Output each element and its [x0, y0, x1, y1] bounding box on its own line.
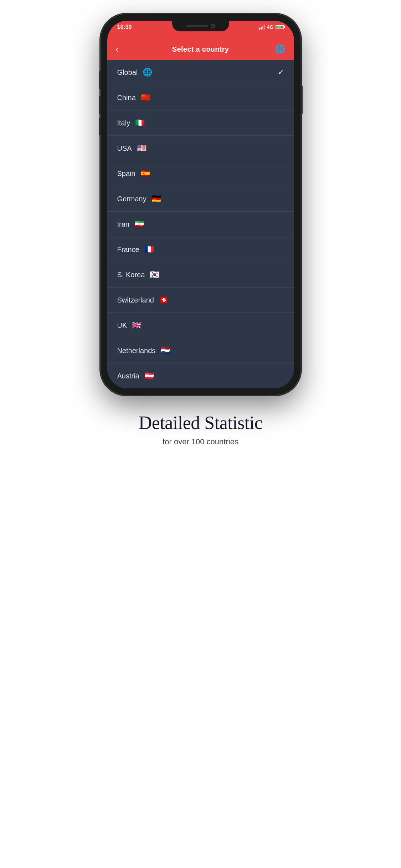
country-name: Germany	[117, 195, 146, 203]
phone-frame: 10:30 4G	[101, 14, 300, 395]
country-flag: 🇮🇹	[135, 118, 145, 128]
country-left: S. Korea🇰🇷	[117, 270, 160, 279]
country-left: Switzerland🇨🇭	[117, 295, 169, 305]
country-flag: 🌐	[143, 68, 152, 77]
country-name: Italy	[117, 119, 130, 127]
country-flag: 🇮🇷	[134, 219, 144, 229]
battery-icon	[276, 25, 284, 29]
country-item[interactable]: S. Korea🇰🇷	[107, 262, 294, 288]
country-left: Austria🇦🇹	[117, 371, 154, 381]
country-name: Spain	[117, 170, 135, 178]
signal-bar-4	[264, 25, 265, 30]
country-name: Netherlands	[117, 347, 156, 355]
country-item[interactable]: Germany🇩🇪	[107, 186, 294, 212]
country-item[interactable]: Austria🇦🇹	[107, 363, 294, 388]
country-name: Switzerland	[117, 296, 154, 304]
country-left: Italy🇮🇹	[117, 118, 145, 128]
network-type: 4G	[267, 24, 274, 30]
globe-button[interactable]: 🌐	[273, 44, 286, 54]
country-flag: 🇰🇷	[150, 270, 159, 279]
speaker	[186, 25, 208, 27]
country-left: UK🇬🇧	[117, 321, 142, 330]
country-flag: 🇺🇸	[137, 144, 146, 153]
country-name: USA	[117, 144, 132, 153]
country-item[interactable]: Global🌐✓	[107, 60, 294, 85]
country-flag: 🇳🇱	[160, 346, 170, 355]
phone-wrapper: 10:30 4G	[101, 14, 300, 395]
status-time: 10:30	[117, 24, 132, 30]
signal-bar-2	[261, 27, 262, 30]
nav-bar: ‹ Select a country 🌐	[107, 38, 294, 60]
bottom-subtitle: for over 100 countries	[139, 437, 263, 446]
country-left: Global🌐	[117, 68, 153, 77]
country-left: USA🇺🇸	[117, 144, 146, 153]
country-name: France	[117, 246, 139, 254]
country-left: China🇨🇳	[117, 93, 150, 102]
bottom-text: Detailed Statistic for over 100 countrie…	[139, 413, 263, 446]
country-left: Netherlands🇳🇱	[117, 346, 170, 355]
country-item[interactable]: USA🇺🇸	[107, 136, 294, 161]
battery-fill	[277, 26, 282, 28]
country-left: France🇫🇷	[117, 245, 154, 254]
selected-check-icon: ✓	[278, 68, 284, 77]
country-flag: 🇬🇧	[132, 321, 142, 330]
back-button[interactable]: ‹	[116, 44, 129, 55]
nav-title: Select a country	[172, 45, 229, 53]
country-item[interactable]: UK🇬🇧	[107, 313, 294, 338]
country-left: Iran🇮🇷	[117, 219, 144, 229]
notch-cutout	[172, 21, 229, 31]
status-bar: 10:30 4G	[107, 21, 294, 38]
country-left: Spain🇪🇸	[117, 169, 150, 178]
country-name: UK	[117, 321, 127, 330]
camera	[211, 24, 215, 28]
signal-bar-1	[259, 28, 260, 30]
country-item[interactable]: China🇨🇳	[107, 85, 294, 110]
country-name: Austria	[117, 372, 139, 380]
country-flag: 🇨🇳	[141, 93, 150, 102]
country-item[interactable]: Spain🇪🇸	[107, 161, 294, 186]
signal-bars	[259, 25, 265, 30]
country-name: S. Korea	[117, 271, 145, 279]
country-flag: 🇪🇸	[140, 169, 150, 178]
country-item[interactable]: Switzerland🇨🇭	[107, 288, 294, 313]
phone-screen: 10:30 4G	[107, 21, 294, 388]
country-item[interactable]: Italy🇮🇹	[107, 110, 294, 136]
country-list: Global🌐✓China🇨🇳Italy🇮🇹USA🇺🇸Spain🇪🇸German…	[107, 60, 294, 388]
country-item[interactable]: France🇫🇷	[107, 237, 294, 262]
country-flag: 🇫🇷	[144, 245, 154, 254]
country-flag: 🇦🇹	[144, 371, 154, 381]
status-icons: 4G	[259, 24, 284, 30]
country-flag: 🇩🇪	[151, 194, 161, 203]
country-item[interactable]: Netherlands🇳🇱	[107, 338, 294, 363]
bottom-title: Detailed Statistic	[139, 413, 263, 433]
signal-bar-3	[262, 26, 263, 30]
country-name: China	[117, 94, 136, 102]
country-item[interactable]: Iran🇮🇷	[107, 212, 294, 237]
country-name: Iran	[117, 220, 129, 228]
country-name: Global	[117, 68, 138, 77]
country-left: Germany🇩🇪	[117, 194, 161, 203]
country-flag: 🇨🇭	[159, 295, 169, 305]
